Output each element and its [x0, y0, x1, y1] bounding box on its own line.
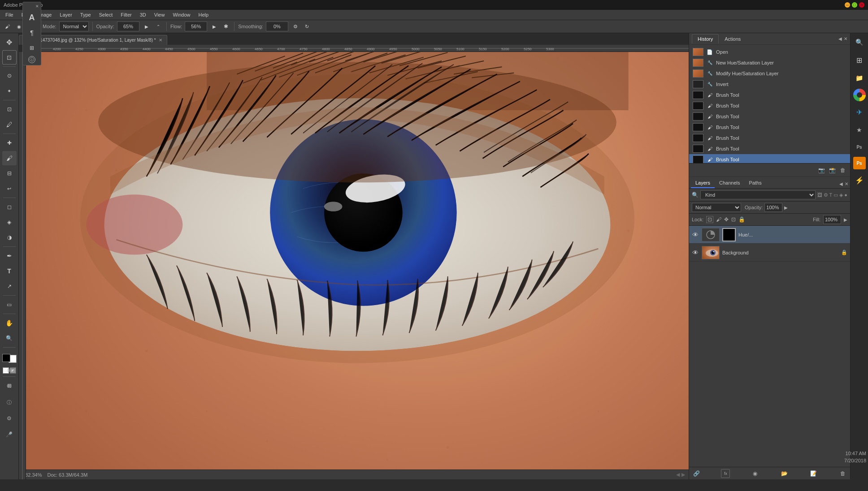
far-right-ps-2[interactable]: Ps [853, 157, 866, 169]
history-item-invert[interactable]: 🔧 Invert [689, 79, 850, 90]
stamp-tool[interactable]: ⊟ [2, 166, 17, 181]
layer-opacity-input[interactable] [764, 203, 782, 212]
far-right-ps-1[interactable]: Ps [853, 141, 866, 153]
menu-view[interactable]: View [151, 11, 169, 18]
eraser-tool[interactable]: ◻ [2, 200, 17, 214]
brush-tool[interactable]: 🖌 [2, 151, 17, 165]
history-item-brush-7[interactable]: 🖌 Brush Tool [689, 154, 850, 163]
lock-artboard[interactable]: ⊡ [731, 216, 736, 223]
opacity-arrow[interactable]: ▶ [784, 205, 788, 210]
small-panel-close[interactable]: ✕ [35, 4, 39, 9]
hand-tool[interactable]: ✋ [2, 316, 17, 330]
new-layer[interactable]: 📝 [809, 469, 818, 478]
pen-tool[interactable]: ✒ [2, 249, 17, 263]
far-right-bolt[interactable]: ⚡ [852, 173, 867, 187]
zoom-tool[interactable]: 🔍 [2, 331, 17, 345]
layers-collapse[interactable]: ◀ [839, 181, 843, 186]
small-panel-text[interactable]: A [25, 10, 39, 25]
history-item-modify-hue[interactable]: 🔧 Modify Hue/Saturation Layer [689, 68, 850, 79]
layer-visibility-hue-sat[interactable]: 👁 [692, 231, 699, 238]
minimize-button[interactable]: ─ [845, 2, 850, 8]
new-group[interactable]: 📂 [780, 469, 789, 478]
link-layers[interactable]: 🔗 [692, 469, 701, 478]
history-item-brush-5[interactable]: 🖌 Brush Tool [689, 133, 850, 143]
history-item-brush-2[interactable]: 🖌 Brush Tool [689, 100, 850, 111]
brush-preset-icon[interactable]: 🖌 [3, 22, 12, 31]
move-tool[interactable]: ✥ [2, 35, 17, 49]
history-item-brush-1[interactable]: 🖌 Brush Tool [689, 90, 850, 100]
layer-kind-filter[interactable]: Kind [700, 190, 816, 199]
canvas-wrapper[interactable]: iStock-614737048.jpg @ 132% (Hue/Saturat… [19, 33, 689, 479]
filter-smart[interactable]: ◈ [839, 192, 843, 198]
menu-help[interactable]: Help [195, 11, 213, 18]
layer-fill-input[interactable] [823, 215, 841, 224]
small-panel-paragraph[interactable]: ¶ [25, 26, 39, 40]
add-mask[interactable]: ◉ [751, 469, 760, 478]
far-right-mic-icon[interactable]: 🎤 [2, 427, 16, 442]
small-panel-align[interactable]: ⊞ [25, 41, 39, 55]
far-right-telegram[interactable]: ✈ [852, 105, 867, 119]
lock-transparent[interactable]: ⊡ [706, 216, 713, 223]
filter-toggle[interactable]: ● [844, 192, 847, 198]
nav-prev[interactable]: ◀ [676, 472, 680, 478]
quick-select-tool[interactable]: ✦ [2, 84, 17, 98]
maximize-button[interactable]: □ [852, 2, 857, 8]
layer-item-hue-sat[interactable]: 👁 Hue/... [689, 226, 850, 244]
smoothing-input[interactable] [266, 22, 288, 31]
far-right-search[interactable]: 🔍 [852, 35, 867, 49]
tab-history[interactable]: History [692, 34, 719, 43]
marquee-tool[interactable]: ⊡ [2, 50, 17, 65]
menu-layer[interactable]: Layer [56, 11, 76, 18]
menu-select[interactable]: Select [95, 11, 117, 18]
menu-window[interactable]: Window [169, 11, 194, 18]
far-right-eye-icon[interactable]: 👁 [2, 379, 16, 393]
far-right-chrome[interactable] [853, 89, 866, 101]
menu-file[interactable]: File [2, 11, 17, 18]
tab-channels[interactable]: Channels [715, 178, 744, 188]
smoothing-settings[interactable]: ⚙ [291, 22, 300, 31]
gradient-tool[interactable]: ◈ [2, 215, 17, 229]
close-button[interactable]: ✕ [859, 2, 864, 8]
fill-arrow[interactable]: ▶ [844, 217, 847, 222]
angle-icon[interactable]: ↻ [303, 22, 312, 31]
layer-visibility-bg[interactable]: 👁 [692, 249, 699, 256]
delete-layer[interactable]: 🗑 [838, 469, 847, 478]
menu-filter[interactable]: Filter [117, 11, 135, 18]
always-use-pressure[interactable]: ⌃ [154, 22, 163, 31]
delete-state[interactable]: 🗑 [838, 166, 847, 175]
far-right-gear-icon[interactable]: ⚙ [2, 411, 16, 426]
canvas-area[interactable] [26, 52, 689, 469]
brush-size-icon[interactable]: ◉ [14, 22, 23, 31]
menu-3d[interactable]: 3D [136, 11, 150, 18]
history-item-open[interactable]: 📄 Open [689, 47, 850, 57]
foreground-color-swatch[interactable] [2, 354, 10, 362]
eyedropper-tool[interactable]: 🖊 [2, 117, 17, 132]
history-item-brush-6[interactable]: 🖌 Brush Tool [689, 143, 850, 154]
panel-close[interactable]: ✕ [844, 36, 847, 41]
create-doc-from-state[interactable]: 📸 [828, 166, 837, 175]
layer-item-background[interactable]: 👁 [689, 244, 850, 262]
path-select-tool[interactable]: ↗ [2, 279, 17, 293]
create-snapshot[interactable]: 📷 [817, 166, 826, 175]
far-right-folder[interactable]: 📁 [852, 71, 867, 85]
tab-layers[interactable]: Layers [691, 178, 715, 188]
healing-tool[interactable]: ✚ [2, 136, 17, 150]
doc-tab-close[interactable]: ✕ [159, 38, 162, 43]
flow-toggle[interactable]: ▶ [210, 22, 219, 31]
type-tool[interactable]: T [2, 264, 17, 278]
layers-close[interactable]: ✕ [845, 181, 848, 186]
nav-next[interactable]: ▶ [681, 472, 685, 478]
filter-type[interactable]: T [829, 192, 833, 198]
small-panel-info[interactable]: ⓘ [28, 56, 35, 63]
far-right-grid[interactable]: ⊞ [852, 53, 867, 67]
filter-shape[interactable]: ▭ [833, 192, 838, 198]
opacity-toggle[interactable]: ▶ [142, 22, 151, 31]
tab-actions[interactable]: Actions [719, 34, 746, 43]
lock-position[interactable]: ✥ [724, 216, 729, 223]
lock-image[interactable]: 🖌 [716, 216, 721, 223]
menu-type[interactable]: Type [77, 11, 95, 18]
far-right-info-icon[interactable]: ⓘ [2, 395, 16, 409]
filter-adj[interactable]: ⚙ [824, 192, 828, 198]
add-layer-style[interactable]: fx [721, 469, 730, 478]
flow-input[interactable] [185, 22, 207, 31]
